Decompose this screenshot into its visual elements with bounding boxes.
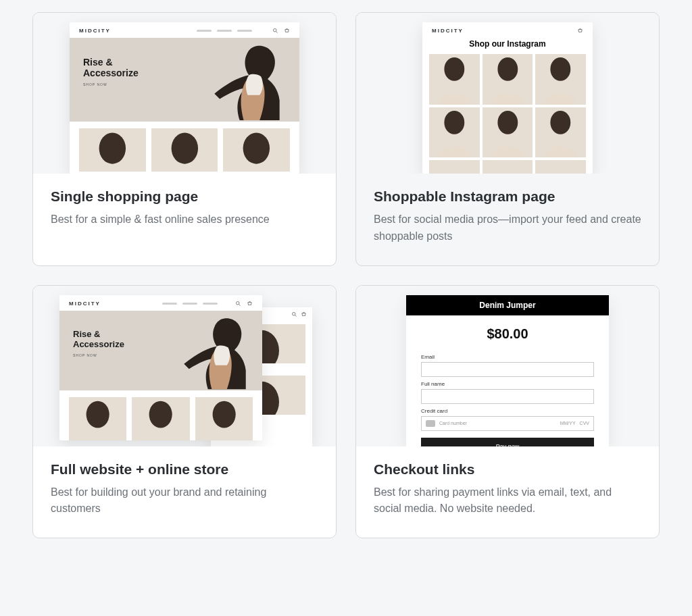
cart-icon <box>247 301 253 307</box>
option-title: Single shopping page <box>51 188 318 205</box>
option-title: Checkout links <box>374 461 641 478</box>
input-credit-card: Card number MM/YY CVV <box>421 416 594 431</box>
option-title: Full website + online store <box>51 461 318 478</box>
option-description: Best for building out your brand and ret… <box>51 484 318 518</box>
hero-person-illustration <box>174 315 255 390</box>
preview-brand: MIDCITY <box>69 301 157 307</box>
nav-placeholder <box>197 30 212 32</box>
preview: Denim Jumper $80.00 Email Full name Cred… <box>356 286 659 446</box>
label-email: Email <box>421 354 594 360</box>
label-full-name: Full name <box>421 381 594 387</box>
option-full-website[interactable]: MIDCITY Rise &Accessorize SHOP NOW <box>32 285 337 539</box>
card-chip-icon <box>426 420 435 427</box>
placeholder-expiry: MM/YY <box>560 421 576 426</box>
instagram-heading: Shop our Instagram <box>422 38 593 54</box>
pay-now-button: Pay now <box>421 438 594 446</box>
hero-line: Accessorize <box>73 339 124 349</box>
option-description: Best for social media pros—import your f… <box>374 211 641 245</box>
nav-placeholder <box>203 303 218 305</box>
nav-placeholder <box>217 30 232 32</box>
site-type-grid: MIDCITY Rise &Accessorize SHOP NOW <box>32 12 660 538</box>
preview: MIDCITY Shop our Instagram <box>356 13 659 174</box>
option-single-shopping-page[interactable]: MIDCITY Rise &Accessorize SHOP NOW <box>32 12 337 266</box>
preview: MIDCITY Rise &Accessorize SHOP NOW <box>33 286 336 446</box>
preview: MIDCITY Rise &Accessorize SHOP NOW <box>33 13 336 174</box>
label-credit-card: Credit card <box>421 408 594 414</box>
nav-placeholder <box>182 303 197 305</box>
option-shoppable-instagram[interactable]: MIDCITY Shop our Instagram Shopp <box>355 12 660 266</box>
hero-line: Rise & <box>83 57 113 68</box>
placeholder-card-number: Card number <box>439 421 556 426</box>
checkout-price: $80.00 <box>406 315 609 350</box>
option-title: Shoppable Instagram page <box>374 188 641 205</box>
svg-point-5 <box>237 301 240 305</box>
input-email <box>421 362 594 377</box>
option-checkout-links[interactable]: Denim Jumper $80.00 Email Full name Cred… <box>355 285 660 539</box>
option-description: Best for a simple & fast online sales pr… <box>51 211 318 228</box>
preview-brand: MIDCITY <box>79 28 191 34</box>
svg-line-4 <box>295 315 297 316</box>
svg-line-6 <box>239 304 241 305</box>
cart-icon <box>577 28 583 34</box>
svg-point-3 <box>293 312 296 315</box>
cart-icon <box>301 311 307 317</box>
hero-line: Accessorize <box>83 68 139 78</box>
placeholder-cvv: CVV <box>580 421 589 426</box>
hero-line: Rise & <box>73 329 100 339</box>
svg-line-2 <box>276 32 278 33</box>
search-icon <box>291 311 297 317</box>
preview-brand: MIDCITY <box>432 28 572 34</box>
nav-placeholder <box>237 30 252 32</box>
search-icon <box>272 28 278 34</box>
input-full-name <box>421 389 594 404</box>
nav-placeholder <box>162 303 177 305</box>
svg-point-1 <box>274 29 277 32</box>
hero-person-illustration <box>201 42 293 122</box>
checkout-product-name: Denim Jumper <box>406 295 609 315</box>
cart-icon <box>284 28 290 34</box>
search-icon <box>235 301 241 307</box>
option-description: Best for sharing payment links via email… <box>374 484 641 518</box>
